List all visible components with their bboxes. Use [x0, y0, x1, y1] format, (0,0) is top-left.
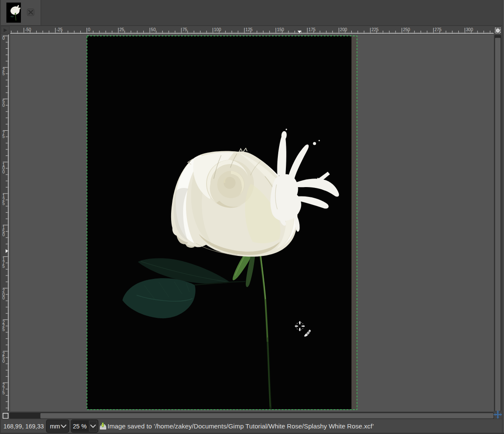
svg-text:275: 275	[434, 27, 442, 32]
svg-text:0: 0	[3, 103, 5, 108]
svg-text:25 %: 25 %	[73, 423, 87, 430]
svg-text:5: 5	[3, 264, 5, 269]
svg-text:5: 5	[3, 390, 5, 395]
svg-text:250: 250	[403, 27, 410, 32]
svg-text:150: 150	[277, 27, 284, 32]
svg-text:0: 0	[3, 359, 5, 364]
svg-text:5: 5	[3, 201, 5, 206]
svg-text:0: 0	[3, 36, 5, 41]
svg-text:168,99, 169,33: 168,99, 169,33	[3, 423, 44, 430]
svg-text:0: 0	[3, 296, 5, 300]
svg-text:125: 125	[245, 27, 253, 32]
svg-text:0: 0	[88, 27, 90, 32]
svg-text:Image saved to ’/home/zakey/Do: Image saved to ’/home/zakey/Documents/Gi…	[108, 422, 374, 430]
svg-text:225: 225	[371, 27, 379, 32]
svg-text:mm: mm	[50, 423, 60, 430]
svg-text:5: 5	[3, 71, 5, 76]
svg-text:-25: -25	[56, 27, 63, 32]
svg-text:200: 200	[340, 27, 347, 32]
svg-text:5: 5	[3, 134, 5, 139]
svg-text:0: 0	[3, 170, 5, 174]
svg-text:-50: -50	[25, 27, 31, 32]
svg-text:300: 300	[466, 27, 473, 32]
svg-text:100: 100	[214, 27, 221, 32]
svg-text:50: 50	[151, 27, 156, 32]
svg-text:25: 25	[119, 27, 125, 32]
svg-text:175: 175	[309, 27, 316, 32]
svg-text:5: 5	[3, 327, 5, 332]
svg-text:0: 0	[3, 232, 5, 237]
svg-text:75: 75	[183, 27, 188, 32]
